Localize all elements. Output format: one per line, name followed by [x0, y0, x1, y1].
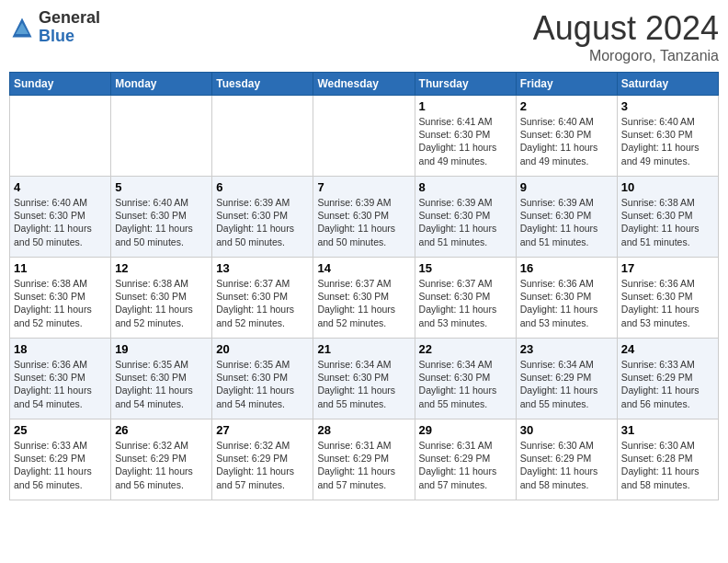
day-info: Sunrise: 6:31 AM Sunset: 6:29 PM Dayligh… — [317, 439, 410, 491]
calendar-cell: 6Sunrise: 6:39 AM Sunset: 6:30 PM Daylig… — [212, 177, 313, 258]
location-title: Morogoro, Tanzania — [533, 48, 719, 64]
week-row-1: 1Sunrise: 6:41 AM Sunset: 6:30 PM Daylig… — [10, 96, 719, 177]
calendar-cell — [111, 96, 212, 177]
calendar-cell: 3Sunrise: 6:40 AM Sunset: 6:30 PM Daylig… — [617, 96, 718, 177]
logo-general-text: General — [39, 8, 100, 27]
calendar-cell: 12Sunrise: 6:38 AM Sunset: 6:30 PM Dayli… — [111, 258, 212, 339]
day-number: 8 — [419, 180, 512, 194]
week-row-4: 18Sunrise: 6:36 AM Sunset: 6:30 PM Dayli… — [10, 339, 719, 419]
calendar-cell: 18Sunrise: 6:36 AM Sunset: 6:30 PM Dayli… — [10, 339, 111, 419]
calendar-header: SundayMondayTuesdayWednesdayThursdayFrid… — [10, 73, 719, 96]
calendar-cell: 26Sunrise: 6:32 AM Sunset: 6:29 PM Dayli… — [111, 419, 212, 500]
calendar-cell: 17Sunrise: 6:36 AM Sunset: 6:30 PM Dayli… — [617, 258, 718, 339]
calendar-table: SundayMondayTuesdayWednesdayThursdayFrid… — [9, 72, 719, 500]
calendar-cell: 13Sunrise: 6:37 AM Sunset: 6:30 PM Dayli… — [212, 258, 313, 339]
calendar-cell — [212, 96, 313, 177]
day-number: 21 — [317, 342, 410, 356]
calendar-cell: 28Sunrise: 6:31 AM Sunset: 6:29 PM Dayli… — [313, 419, 415, 500]
day-number: 24 — [621, 342, 714, 356]
calendar-cell: 31Sunrise: 6:30 AM Sunset: 6:28 PM Dayli… — [617, 419, 718, 500]
day-info: Sunrise: 6:35 AM Sunset: 6:30 PM Dayligh… — [216, 358, 309, 410]
day-number: 9 — [520, 180, 613, 194]
calendar-cell: 20Sunrise: 6:35 AM Sunset: 6:30 PM Dayli… — [212, 339, 313, 419]
calendar-cell: 1Sunrise: 6:41 AM Sunset: 6:30 PM Daylig… — [415, 96, 516, 177]
day-info: Sunrise: 6:30 AM Sunset: 6:28 PM Dayligh… — [621, 439, 714, 491]
day-number: 26 — [115, 423, 208, 437]
day-number: 16 — [520, 261, 613, 275]
calendar-cell: 7Sunrise: 6:39 AM Sunset: 6:30 PM Daylig… — [313, 177, 415, 258]
calendar-cell: 27Sunrise: 6:32 AM Sunset: 6:29 PM Dayli… — [212, 419, 313, 500]
day-number: 27 — [216, 423, 309, 437]
day-number: 13 — [216, 261, 309, 275]
day-info: Sunrise: 6:37 AM Sunset: 6:30 PM Dayligh… — [216, 277, 309, 329]
day-number: 17 — [621, 261, 714, 275]
weekday-header-wednesday: Wednesday — [313, 73, 415, 96]
day-number: 19 — [115, 342, 208, 356]
day-info: Sunrise: 6:33 AM Sunset: 6:29 PM Dayligh… — [14, 439, 107, 491]
calendar-cell — [10, 96, 111, 177]
day-info: Sunrise: 6:34 AM Sunset: 6:30 PM Dayligh… — [419, 358, 512, 410]
title-block: August 2024 Morogoro, Tanzania — [533, 9, 719, 64]
day-info: Sunrise: 6:36 AM Sunset: 6:30 PM Dayligh… — [14, 358, 107, 410]
calendar-cell: 25Sunrise: 6:33 AM Sunset: 6:29 PM Dayli… — [10, 419, 111, 500]
day-info: Sunrise: 6:38 AM Sunset: 6:30 PM Dayligh… — [621, 196, 714, 248]
day-number: 4 — [14, 180, 107, 194]
day-number: 1 — [419, 99, 512, 113]
logo-blue-text: Blue — [39, 27, 74, 45]
page-header: General Blue August 2024 Morogoro, Tanza… — [9, 9, 719, 64]
day-number: 20 — [216, 342, 309, 356]
day-info: Sunrise: 6:40 AM Sunset: 6:30 PM Dayligh… — [621, 115, 714, 167]
day-number: 25 — [14, 423, 107, 437]
weekday-header-friday: Friday — [516, 73, 617, 96]
calendar-cell: 30Sunrise: 6:30 AM Sunset: 6:29 PM Dayli… — [516, 419, 617, 500]
day-info: Sunrise: 6:38 AM Sunset: 6:30 PM Dayligh… — [14, 277, 107, 329]
calendar-cell: 29Sunrise: 6:31 AM Sunset: 6:29 PM Dayli… — [415, 419, 516, 500]
day-info: Sunrise: 6:39 AM Sunset: 6:30 PM Dayligh… — [216, 196, 309, 248]
calendar-cell: 4Sunrise: 6:40 AM Sunset: 6:30 PM Daylig… — [10, 177, 111, 258]
calendar-cell: 8Sunrise: 6:39 AM Sunset: 6:30 PM Daylig… — [415, 177, 516, 258]
day-info: Sunrise: 6:40 AM Sunset: 6:30 PM Dayligh… — [14, 196, 107, 248]
day-info: Sunrise: 6:39 AM Sunset: 6:30 PM Dayligh… — [317, 196, 410, 248]
calendar-cell: 11Sunrise: 6:38 AM Sunset: 6:30 PM Dayli… — [10, 258, 111, 339]
day-number: 11 — [14, 261, 107, 275]
day-info: Sunrise: 6:35 AM Sunset: 6:30 PM Dayligh… — [115, 358, 208, 410]
day-info: Sunrise: 6:32 AM Sunset: 6:29 PM Dayligh… — [115, 439, 208, 491]
day-info: Sunrise: 6:39 AM Sunset: 6:30 PM Dayligh… — [419, 196, 512, 248]
day-info: Sunrise: 6:40 AM Sunset: 6:30 PM Dayligh… — [520, 115, 613, 167]
calendar-cell: 2Sunrise: 6:40 AM Sunset: 6:30 PM Daylig… — [516, 96, 617, 177]
calendar-cell: 9Sunrise: 6:39 AM Sunset: 6:30 PM Daylig… — [516, 177, 617, 258]
week-row-5: 25Sunrise: 6:33 AM Sunset: 6:29 PM Dayli… — [10, 419, 719, 500]
day-number: 2 — [520, 99, 613, 113]
day-info: Sunrise: 6:37 AM Sunset: 6:30 PM Dayligh… — [317, 277, 410, 329]
day-info: Sunrise: 6:36 AM Sunset: 6:30 PM Dayligh… — [621, 277, 714, 329]
day-info: Sunrise: 6:39 AM Sunset: 6:30 PM Dayligh… — [520, 196, 613, 248]
day-info: Sunrise: 6:41 AM Sunset: 6:30 PM Dayligh… — [419, 115, 512, 167]
day-number: 29 — [419, 423, 512, 437]
day-number: 3 — [621, 99, 714, 113]
day-info: Sunrise: 6:38 AM Sunset: 6:30 PM Dayligh… — [115, 277, 208, 329]
logo: General Blue — [9, 9, 100, 46]
calendar-cell: 16Sunrise: 6:36 AM Sunset: 6:30 PM Dayli… — [516, 258, 617, 339]
week-row-2: 4Sunrise: 6:40 AM Sunset: 6:30 PM Daylig… — [10, 177, 719, 258]
weekday-header-saturday: Saturday — [617, 73, 718, 96]
calendar-cell: 22Sunrise: 6:34 AM Sunset: 6:30 PM Dayli… — [415, 339, 516, 419]
calendar-cell: 10Sunrise: 6:38 AM Sunset: 6:30 PM Dayli… — [617, 177, 718, 258]
calendar-cell: 24Sunrise: 6:33 AM Sunset: 6:29 PM Dayli… — [617, 339, 718, 419]
day-number: 10 — [621, 180, 714, 194]
day-number: 28 — [317, 423, 410, 437]
day-info: Sunrise: 6:37 AM Sunset: 6:30 PM Dayligh… — [419, 277, 512, 329]
day-info: Sunrise: 6:30 AM Sunset: 6:29 PM Dayligh… — [520, 439, 613, 491]
weekday-header-sunday: Sunday — [10, 73, 111, 96]
day-number: 7 — [317, 180, 410, 194]
month-title: August 2024 — [533, 9, 719, 48]
day-info: Sunrise: 6:40 AM Sunset: 6:30 PM Dayligh… — [115, 196, 208, 248]
day-number: 22 — [419, 342, 512, 356]
day-number: 23 — [520, 342, 613, 356]
day-number: 5 — [115, 180, 208, 194]
day-info: Sunrise: 6:31 AM Sunset: 6:29 PM Dayligh… — [419, 439, 512, 491]
calendar-cell — [313, 96, 415, 177]
day-info: Sunrise: 6:34 AM Sunset: 6:30 PM Dayligh… — [317, 358, 410, 410]
calendar-cell: 5Sunrise: 6:40 AM Sunset: 6:30 PM Daylig… — [111, 177, 212, 258]
day-number: 6 — [216, 180, 309, 194]
calendar-body: 1Sunrise: 6:41 AM Sunset: 6:30 PM Daylig… — [10, 96, 719, 500]
